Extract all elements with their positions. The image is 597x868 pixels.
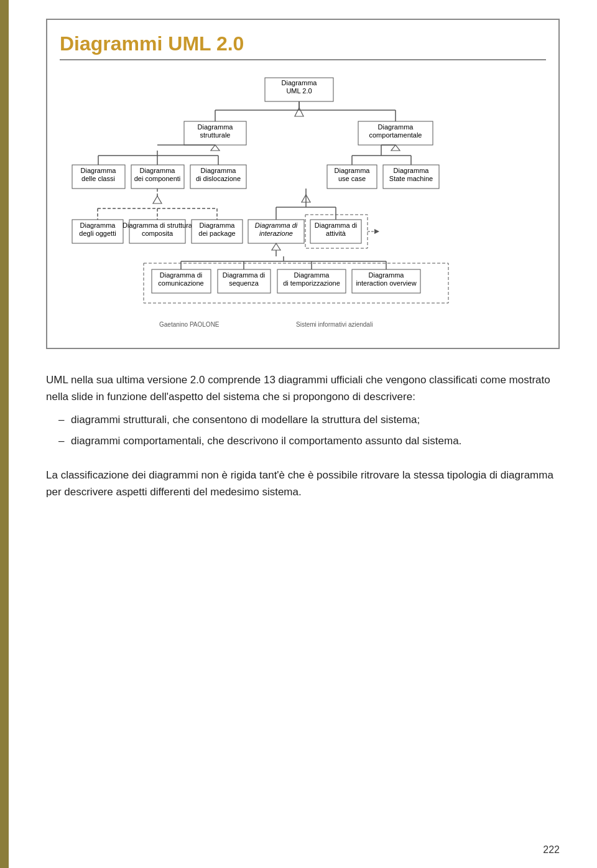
svg-text:Diagramma di: Diagramma di: [160, 271, 202, 279]
uml-diagram: Diagramma UML 2.0 Diagramma strutturale …: [60, 72, 570, 333]
svg-text:Diagramma: Diagramma: [369, 271, 405, 279]
svg-text:Diagramma: Diagramma: [140, 167, 176, 174]
svg-text:degli oggetti: degli oggetti: [79, 230, 116, 237]
svg-text:interazione: interazione: [259, 230, 293, 237]
svg-marker-95: [272, 243, 280, 250]
svg-text:Diagramma: Diagramma: [378, 123, 414, 131]
svg-text:comunicazione: comunicazione: [158, 279, 203, 287]
svg-text:Diagramma: Diagramma: [282, 79, 318, 86]
svg-text:Sistemi informativi aziendali: Sistemi informativi aziendali: [296, 321, 373, 328]
page-number: 222: [543, 844, 560, 856]
svg-text:Diagramma: Diagramma: [81, 167, 117, 174]
svg-text:Diagramma: Diagramma: [294, 271, 330, 279]
body-paragraph2: La classificazione dei diagrammi non è r…: [46, 467, 560, 500]
svg-text:Diagramma di struttura: Diagramma di struttura: [123, 222, 193, 229]
diagram-container: Diagrammi UML 2.0 Diagramma UML 2.0 Diag…: [46, 19, 560, 349]
svg-marker-43: [391, 145, 400, 151]
svg-text:State machine: State machine: [389, 175, 433, 182]
svg-text:Diagramma: Diagramma: [80, 222, 116, 229]
svg-text:attività: attività: [326, 230, 346, 237]
svg-text:sequenza: sequenza: [229, 279, 259, 287]
svg-text:strutturale: strutturale: [200, 131, 231, 139]
svg-text:dei package: dei package: [198, 230, 235, 237]
svg-text:composita: composita: [142, 230, 174, 237]
svg-text:Diagramma: Diagramma: [201, 167, 237, 174]
svg-text:Diagramma: Diagramma: [335, 167, 371, 174]
body-paragraph1: UML nella sua ultima versione 2.0 compre…: [46, 371, 560, 449]
svg-marker-29: [211, 145, 220, 151]
svg-marker-63: [374, 229, 379, 234]
svg-text:dei componenti: dei componenti: [134, 175, 181, 182]
svg-text:comportamentale: comportamentale: [369, 131, 422, 139]
page: Diagrammi UML 2.0 Diagramma UML 2.0 Diag…: [0, 0, 597, 868]
svg-marker-69: [153, 196, 162, 203]
svg-text:Diagramma: Diagramma: [394, 167, 430, 174]
svg-text:Gaetanino PAOLONE: Gaetanino PAOLONE: [159, 321, 220, 328]
bullet-item-2: diagrammi comportamentali, che descrivon…: [58, 432, 560, 449]
olive-bar: [0, 0, 9, 868]
svg-text:Diagramma di: Diagramma di: [223, 271, 265, 279]
svg-text:Diagramma di: Diagramma di: [315, 222, 357, 229]
svg-text:UML 2.0: UML 2.0: [286, 87, 312, 95]
bullet-item-1: diagrammi strutturali, che consentono di…: [58, 411, 560, 428]
svg-text:Diagramma: Diagramma: [200, 222, 236, 229]
svg-text:delle classi: delle classi: [81, 175, 115, 182]
svg-text:Diagramma di: Diagramma di: [255, 222, 298, 229]
svg-text:interaction overview: interaction overview: [356, 279, 416, 287]
svg-text:di temporizzazione: di temporizzazione: [283, 279, 340, 287]
svg-text:Diagramma: Diagramma: [198, 123, 234, 131]
svg-text:di dislocazione: di dislocazione: [196, 175, 241, 182]
svg-text:use case: use case: [338, 175, 366, 182]
diagram-title: Diagrammi UML 2.0: [60, 32, 546, 60]
